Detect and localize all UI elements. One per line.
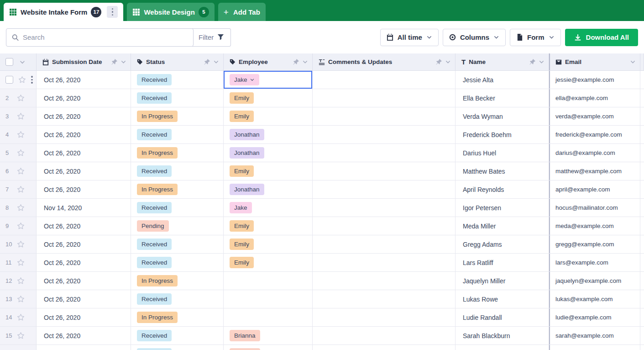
cell-email[interactable]: frederick@example.com	[549, 126, 640, 143]
chevron-down-icon[interactable]	[539, 59, 545, 65]
cell-submission-date[interactable]: Oct 26, 2020	[37, 308, 131, 326]
star-icon[interactable]	[17, 112, 25, 120]
cell-comments-updates[interactable]	[313, 180, 456, 198]
cell-comments-updates[interactable]	[313, 327, 456, 345]
header-submission-date[interactable]: Submission Date	[37, 53, 131, 70]
employee-badge[interactable]: Emily	[230, 92, 254, 104]
cell-employee[interactable]: Jonathan	[224, 180, 313, 198]
filter-button[interactable]: Filter	[192, 28, 231, 47]
cell-name[interactable]: Ella Becker	[456, 89, 549, 107]
cell-status[interactable]: Received	[131, 162, 224, 180]
chevron-down-icon[interactable]	[213, 59, 219, 65]
cell-status[interactable]: In Progress	[131, 180, 224, 198]
cell-name[interactable]: Lars Ratliff	[456, 254, 549, 271]
status-badge[interactable]: In Progress	[137, 312, 178, 323]
star-icon[interactable]	[17, 295, 25, 303]
chevron-down-icon[interactable]	[630, 59, 636, 65]
cell-status[interactable]: Received	[131, 71, 224, 89]
cell-name[interactable]: Darius Huel	[456, 144, 549, 162]
cell-status[interactable]: Received	[131, 89, 224, 107]
table-row[interactable]: 4 Oct 26, 2020 Received Jonathan Frederi…	[0, 126, 644, 144]
table-row[interactable]: 15 Oct 26, 2020 Received Brianna Sarah B…	[0, 327, 644, 345]
cell-employee[interactable]: Brianna	[224, 327, 313, 345]
cell-comments-updates[interactable]	[313, 126, 456, 143]
cell-email[interactable]: ludie@example.com	[549, 308, 640, 326]
cell-comments-updates[interactable]	[313, 199, 456, 217]
cell-submission-date[interactable]: Oct 26, 2020	[37, 235, 131, 253]
cell-name[interactable]: Meda Miller	[456, 217, 549, 235]
cell-submission-date[interactable]: Oct 26, 2020	[37, 180, 131, 198]
cell-employee[interactable]: Emily	[224, 107, 313, 125]
cell-comments-updates[interactable]	[313, 235, 456, 253]
star-icon[interactable]	[17, 332, 25, 339]
cell-email[interactable]: sarah@example.com	[549, 327, 640, 345]
status-badge[interactable]: Pending	[137, 220, 169, 232]
cell-comments-updates[interactable]	[313, 254, 456, 271]
header-comments-updates[interactable]: Comments & Updates	[313, 53, 456, 70]
star-icon[interactable]	[17, 131, 25, 138]
table-row[interactable]: 3 Oct 26, 2020 In Progress Emily Verda W…	[0, 107, 644, 126]
status-badge[interactable]: Received	[137, 202, 172, 213]
cell-email[interactable]: darius@example.com	[549, 144, 640, 162]
status-badge[interactable]: Received	[137, 165, 172, 177]
cell-email[interactable]: hocus@mailinator.com	[549, 199, 640, 217]
employee-badge[interactable]: Emily	[230, 239, 254, 250]
employee-badge[interactable]: Jonathan	[230, 184, 264, 195]
status-badge[interactable]: In Progress	[137, 111, 178, 122]
cell-comments-updates[interactable]	[313, 107, 456, 125]
cell-employee[interactable]: Emily	[224, 254, 313, 271]
cell-employee[interactable]: Emily	[224, 217, 313, 235]
cell-name[interactable]: Sarah Blackburn	[456, 327, 549, 345]
cell-comments-updates[interactable]	[313, 89, 456, 107]
cell-name[interactable]: Igor Petersen	[456, 199, 549, 217]
cell-name[interactable]: Frederick Boehm	[456, 126, 549, 143]
row-menu-icon[interactable]	[31, 76, 33, 84]
pin-icon[interactable]	[435, 58, 442, 65]
table-row[interactable]: 11 Oct 26, 2020 Received Emily Lars Ratl…	[0, 254, 644, 272]
cell-employee[interactable]	[224, 308, 313, 326]
cell-email[interactable]: jessie@example.com	[549, 71, 640, 89]
pin-icon[interactable]	[204, 58, 210, 65]
tab-website-design[interactable]: Website Design 5	[127, 3, 214, 21]
employee-badge[interactable]: Emily	[230, 257, 254, 268]
cell-submission-date[interactable]: Oct 26, 2020	[37, 89, 131, 107]
employee-badge[interactable]: Emily	[230, 165, 254, 177]
download-all-button[interactable]: Download All	[565, 29, 638, 46]
cell-name[interactable]	[456, 345, 549, 350]
pin-icon[interactable]	[529, 58, 536, 65]
cell-status[interactable]: Received	[131, 126, 224, 143]
table-row[interactable]: 1 Oct 26, 2020 Received Jake Jessie Alta…	[0, 71, 644, 89]
cell-comments-updates[interactable]	[313, 308, 456, 326]
cell-status[interactable]: In Progress	[131, 272, 224, 290]
cell-employee[interactable]: Emily	[224, 89, 313, 107]
cell-employee[interactable]: Brianna	[224, 345, 313, 350]
add-tab-button[interactable]: + Add Tab	[218, 3, 266, 21]
form-button[interactable]: Form	[510, 29, 561, 46]
cell-email[interactable]: lukas@example.com	[549, 290, 640, 308]
cell-comments-updates[interactable]	[313, 144, 456, 162]
star-icon[interactable]	[17, 186, 25, 193]
table-row[interactable]: 13 Oct 26, 2020 Received Lukas Rowe luka…	[0, 290, 644, 308]
cell-email[interactable]: gregg@example.com	[549, 235, 640, 253]
employee-badge[interactable]: Emily	[230, 111, 254, 122]
cell-employee[interactable]: Jake	[224, 71, 313, 89]
status-badge[interactable]: Received	[137, 74, 172, 85]
employee-badge[interactable]: Jonathan	[230, 129, 264, 140]
cell-name[interactable]: Gregg Adams	[456, 235, 549, 253]
cell-comments-updates[interactable]	[313, 71, 456, 89]
employee-badge[interactable]: Jake	[230, 74, 259, 85]
cell-employee[interactable]: Jonathan	[224, 144, 313, 162]
status-badge[interactable]: Received	[137, 293, 172, 305]
cell-email[interactable]: matthew@example.com	[549, 162, 640, 180]
chevron-down-icon[interactable]	[302, 59, 308, 65]
cell-status[interactable]: Received	[131, 254, 224, 271]
table-row[interactable]: 10 Oct 26, 2020 Received Emily Gregg Ada…	[0, 235, 644, 254]
table-row[interactable]: 6 Oct 26, 2020 Received Emily Matthew Ba…	[0, 162, 644, 180]
star-icon[interactable]	[17, 222, 25, 230]
status-badge[interactable]: In Progress	[137, 147, 178, 159]
select-all-checkbox[interactable]	[5, 58, 13, 66]
cell-employee[interactable]	[224, 290, 313, 308]
cell-email[interactable]	[549, 345, 640, 350]
cell-comments-updates[interactable]	[313, 217, 456, 235]
header-status[interactable]: Status	[131, 53, 224, 70]
